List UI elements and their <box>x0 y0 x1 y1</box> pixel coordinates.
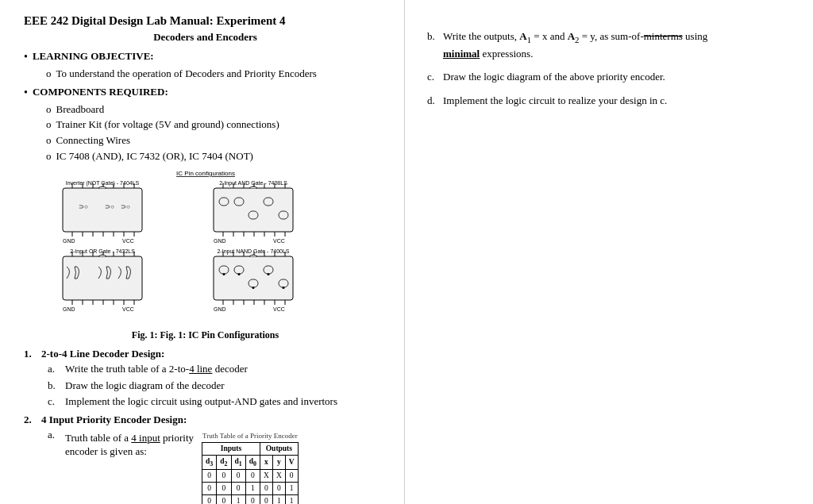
right-panel: b. Write the outputs, A1 = x and A2 = y,… <box>405 0 813 504</box>
right-b-label: b. <box>427 29 440 44</box>
right-c-label: c. <box>427 69 440 85</box>
component-item-2: o Connecting Wires <box>46 133 387 148</box>
item-2-subitems: a. Truth table of a 4 input priorityenco… <box>48 428 387 504</box>
svg-text:GND: GND <box>63 306 75 312</box>
table-cell: 0 <box>202 494 217 504</box>
item-2-num: 2. <box>24 414 37 426</box>
svg-text:GND: GND <box>63 238 75 244</box>
bullet-dot-2: • <box>24 86 28 100</box>
svg-point-86 <box>267 273 269 275</box>
table-row: 0000XX0 <box>202 470 299 483</box>
truth-table: Inputs Outputs d3 d2 d1 d0 x <box>202 442 299 504</box>
sub-dot-3: o <box>46 149 52 164</box>
main-title: EEE 242 Digital Design Lab Manual: Exper… <box>24 14 387 28</box>
learning-objective-item: o To understand the operation of Decoder… <box>46 67 387 81</box>
item-2a: a. Truth table of a 4 input priorityenco… <box>48 428 387 504</box>
svg-point-88 <box>282 287 284 289</box>
learning-objective-text: To understand the operation of Decoders … <box>56 67 317 81</box>
truth-table-area: Truth table of a 4 input priorityencoder… <box>65 431 299 504</box>
sub-dot-0: o <box>46 102 52 117</box>
svg-text:GND: GND <box>214 306 226 312</box>
right-item-b: b. Write the outputs, A1 = x and A2 = y,… <box>427 29 794 61</box>
svg-text:⊃○: ⊃○ <box>121 203 130 210</box>
learning-objective-section: • LEARNING OBJECTIVE: o To understand th… <box>24 50 387 81</box>
outputs-header: Outputs <box>260 442 299 455</box>
svg-point-80 <box>222 273 225 275</box>
sub-dot-2: o <box>46 133 52 148</box>
right-item-c: c. Draw the logic diagram of the above p… <box>427 69 794 85</box>
svg-text:⊃○: ⊃○ <box>79 203 88 210</box>
item-1b: b. Draw the logic diagram of the decoder <box>48 379 387 393</box>
component-text-2: Connecting Wires <box>56 133 130 148</box>
col-d0: d0 <box>245 455 260 470</box>
item-1a: a. Write the truth table of a 2-to-4 lin… <box>48 362 387 376</box>
item-1c-label: c. <box>48 394 62 409</box>
svg-text:VCC: VCC <box>122 306 134 312</box>
table-row: 0010011 <box>202 494 299 504</box>
table-cell: 0 <box>260 494 273 504</box>
truth-table-container: Truth Table of a Priority Encoder Inputs… <box>202 431 299 504</box>
col-y: y <box>272 455 285 470</box>
sub-dot-1: o <box>46 117 52 132</box>
item-1b-text: Draw the logic diagram of the decoder <box>65 379 225 393</box>
truth-table-intro: Truth table of a 4 input priorityencoder… <box>65 431 194 459</box>
item-1-header: 1. 2-to-4 Line Decoder Design: <box>24 348 387 360</box>
components-label: COMPONENTS REQUIRED: <box>33 86 168 99</box>
component-text-1: Trainer Kit (for voltage (5V and ground)… <box>56 117 279 132</box>
component-text-3: IC 7408 (AND), IC 7432 (OR), IC 7404 (NO… <box>56 149 253 164</box>
table-cell: 1 <box>245 483 260 495</box>
table-cell: X <box>260 470 273 483</box>
fig-caption: Fig. 1: Fig. 1: IC Pin Configurations <box>24 329 387 341</box>
fig-caption-bold: Fig. 1: <box>132 329 158 340</box>
table-cell: 1 <box>272 494 285 504</box>
svg-point-84 <box>252 287 254 289</box>
svg-text:VCC: VCC <box>273 306 285 312</box>
svg-rect-23 <box>214 188 293 232</box>
table-cell: 0 <box>202 483 217 495</box>
table-cell: 1 <box>285 483 298 495</box>
right-c-text: Draw the logic diagram of the above prio… <box>443 69 794 85</box>
numbered-item-2: 2. 4 Input Priority Encoder Design: a. T… <box>24 414 387 504</box>
svg-rect-64 <box>214 256 293 300</box>
right-item-d: d. Implement the logic circuit to realiz… <box>427 93 794 109</box>
svg-text:2-Input NAND Gate - 7400LS: 2-Input NAND Gate - 7400LS <box>217 248 289 255</box>
component-item-1: o Trainer Kit (for voltage (5V and groun… <box>46 117 387 132</box>
component-item-0: o Breadboard <box>46 102 387 117</box>
table-cell: 0 <box>260 483 273 495</box>
table-cell: 0 <box>285 470 298 483</box>
svg-rect-2 <box>63 188 142 232</box>
right-d-label: d. <box>427 93 440 109</box>
item-1a-label: a. <box>48 362 62 376</box>
numbered-item-1: 1. 2-to-4 Line Decoder Design: a. Write … <box>24 348 387 409</box>
ic-pin-svg: IC Pin configurations Inverter (NOT Gate… <box>55 167 356 326</box>
left-panel: EEE 242 Digital Design Lab Manual: Exper… <box>0 0 405 504</box>
svg-text:VCC: VCC <box>122 238 134 244</box>
svg-text:GND: GND <box>214 238 226 244</box>
table-cell: 0 <box>272 483 285 495</box>
component-item-3: o IC 7408 (AND), IC 7432 (OR), IC 7404 (… <box>46 149 387 164</box>
table-cell: 0 <box>202 470 217 483</box>
item-1-num: 1. <box>24 348 37 360</box>
item-1c-text: Implement the logic circuit using output… <box>65 394 337 409</box>
truth-table-title: Truth Table of a Priority Encoder <box>202 431 299 441</box>
table-cell: 0 <box>217 470 231 483</box>
col-v: V <box>285 455 298 470</box>
col-d3: d3 <box>202 455 217 470</box>
table-cell: 0 <box>245 470 260 483</box>
svg-text:IC Pin configurations: IC Pin configurations <box>176 170 235 177</box>
components-header: • COMPONENTS REQUIRED: <box>24 86 387 100</box>
col-x: x <box>260 455 273 470</box>
item-1a-text: Write the truth table of a 2-to-4 line d… <box>65 362 248 376</box>
table-cell: X <box>272 470 285 483</box>
col-d2: d2 <box>217 455 231 470</box>
learning-objective-header: • LEARNING OBJECTIVE: <box>24 50 387 64</box>
table-cell: 0 <box>231 483 245 495</box>
table-cell: 0 <box>217 483 231 495</box>
col-d1: d1 <box>231 455 245 470</box>
components-section: • COMPONENTS REQUIRED: o Breadboard o Tr… <box>24 86 387 163</box>
component-text-0: Breadboard <box>56 102 105 117</box>
inputs-header: Inputs <box>202 442 260 455</box>
item-2-header: 2. 4 Input Priority Encoder Design: <box>24 414 387 426</box>
table-cell: 0 <box>245 494 260 504</box>
item-2-title: 4 Input Priority Encoder Design: <box>41 414 187 426</box>
